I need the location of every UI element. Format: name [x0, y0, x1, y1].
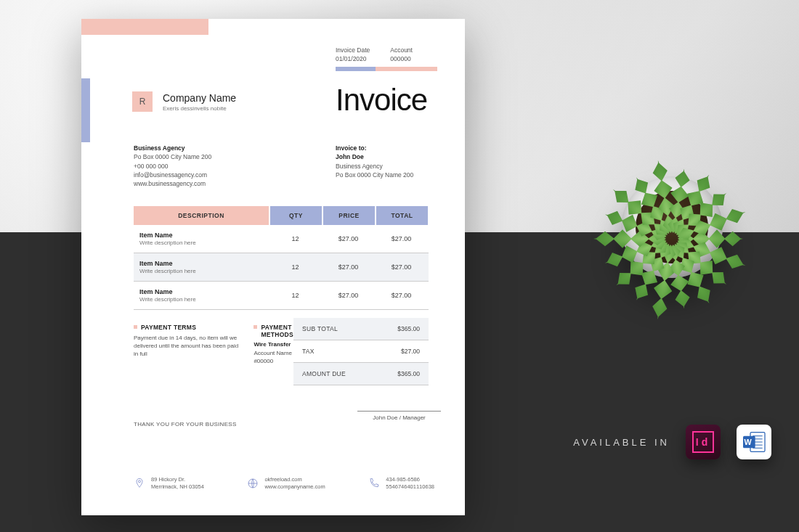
item-price: $27.00 [322, 263, 375, 271]
account-label: Account [390, 46, 413, 54]
location-icon [134, 478, 145, 489]
footer-web1: okfreeload.com [264, 476, 325, 483]
invoice-title: Invoice [336, 83, 427, 118]
table-row: Item NameWrite description here 12 $27.0… [134, 225, 429, 253]
payment-methods: PAYMENT METHODS Wire Transfer Account Na… [254, 324, 293, 385]
th-description: DESCRIPTION [134, 206, 269, 225]
footer-web2: www.companyname.com [264, 483, 325, 491]
from-web: www.businessagency.com [134, 179, 211, 188]
meta-color-bar [336, 67, 437, 71]
from-email: info@businessagency.com [134, 171, 211, 179]
invoice-to-address: Po Box 0000 City Name 200 [336, 171, 413, 179]
company-header: R Company Name Exeris dessinvelis nobite [132, 91, 236, 112]
footer-ph2: 5546746401110638 [386, 483, 434, 491]
from-block: Business Agency Po Box 0000 City Name 20… [134, 144, 211, 189]
invoice-to-name: John Doe [336, 152, 413, 161]
bottom-section: PAYMENT TERMS Payment due in 14 days, no… [134, 318, 429, 385]
indesign-icon: Id [692, 431, 714, 453]
item-desc: Write description here [139, 268, 269, 274]
invoice-date-value: 01/01/2020 [336, 55, 370, 62]
to-block: Invoice to: John Doe Business Agency Po … [336, 144, 413, 179]
th-price: PRICE [322, 206, 375, 225]
accent-bar-blue [81, 78, 90, 142]
subtotal-label: SUB TOTAL [302, 325, 376, 332]
footer-address: 89 Hickory Dr.Merrimack, NH 03054 [134, 476, 204, 491]
signature-line [357, 411, 441, 412]
item-total: $27.00 [375, 292, 428, 299]
phone-icon [368, 478, 380, 489]
invoice-meta: Invoice Date 01/01/2020 Account 000000 [336, 46, 413, 62]
subtotal-value: $365.00 [376, 325, 420, 332]
tax-value: $27.00 [376, 348, 420, 355]
footer-ph1: 434-985-6586 [386, 476, 434, 483]
line-items-table: DESCRIPTION QTY PRICE TOTAL Item NameWri… [134, 206, 429, 310]
item-qty: 12 [269, 292, 322, 299]
amount-due-value: $365.00 [376, 370, 420, 377]
payment-methods-account: Account Name [254, 349, 293, 357]
thank-you-text: THANK YOU FOR YOUR BUSINESS [134, 421, 237, 427]
payment-terms-body: Payment due in 14 days, no item will we … [134, 334, 240, 359]
th-qty: QTY [269, 206, 322, 225]
word-icon: W [739, 427, 768, 457]
payment-terms-heading: PAYMENT TERMS [134, 324, 240, 331]
available-in-row: AVAILABLE IN Id W [573, 425, 771, 459]
amount-due-label: AMOUNT DUE [302, 370, 376, 377]
item-total: $27.00 [375, 263, 428, 271]
footer-web: okfreeload.comwww.companyname.com [247, 476, 325, 491]
item-name: Item Name [139, 260, 269, 267]
item-price: $27.00 [322, 292, 375, 299]
logo-letter: R [139, 97, 146, 107]
payment-methods-number: #00000 [254, 357, 293, 365]
available-in-label: AVAILABLE IN [573, 437, 670, 448]
table-header-row: DESCRIPTION QTY PRICE TOTAL [134, 206, 429, 225]
globe-icon [247, 478, 259, 489]
signature-block: John Doe / Manager [357, 411, 441, 421]
account-value: 000000 [390, 55, 413, 62]
payment-terms: PAYMENT TERMS Payment due in 14 days, no… [134, 324, 240, 385]
item-total: $27.00 [375, 235, 428, 242]
item-qty: 12 [269, 235, 322, 242]
item-price: $27.00 [322, 235, 375, 242]
footer-addr1: 89 Hickory Dr. [151, 476, 204, 483]
from-address: Po Box 0000 City Name 200 [134, 152, 211, 161]
item-desc: Write description here [139, 240, 269, 246]
signature-name: John Doe / Manager [357, 414, 441, 421]
accent-bar-pink [81, 19, 208, 35]
invoice-date-label: Invoice Date [336, 46, 370, 54]
invoice-to-company: Business Agency [336, 162, 413, 171]
from-phone: +00 000 000 [134, 162, 211, 171]
item-qty: 12 [269, 263, 322, 271]
footer-addr2: Merrimack, NH 03054 [151, 483, 204, 491]
item-desc: Write description here [139, 296, 269, 303]
indesign-badge: Id [686, 425, 721, 459]
table-row: Item NameWrite description here 12 $27.0… [134, 253, 429, 282]
table-row: Item NameWrite description here 12 $27.0… [134, 282, 429, 310]
invoice-to-label: Invoice to: [336, 144, 413, 152]
invoice-document: Invoice Date 01/01/2020 Account 000000 R… [81, 19, 465, 515]
item-name: Item Name [139, 288, 269, 295]
company-tagline: Exeris dessinvelis nobite [163, 105, 236, 112]
logo-square: R [132, 91, 153, 112]
word-badge: W [737, 425, 771, 459]
footer-phone: 434-985-65865546746401110638 [368, 476, 434, 491]
totals-block: SUB TOTAL$365.00 TAX$27.00 AMOUNT DUE$36… [293, 318, 429, 385]
company-name: Company Name [163, 92, 236, 104]
from-name: Business Agency [134, 144, 211, 152]
payment-methods-heading: PAYMENT METHODS [254, 324, 293, 338]
tax-label: TAX [302, 348, 376, 355]
svg-point-0 [138, 480, 140, 483]
svg-text:W: W [745, 438, 755, 446]
th-total: TOTAL [375, 206, 428, 225]
footer-contact: 89 Hickory Dr.Merrimack, NH 03054 okfree… [134, 476, 434, 491]
item-name: Item Name [139, 232, 269, 239]
payment-methods-sub: Wire Transfer [254, 341, 293, 348]
